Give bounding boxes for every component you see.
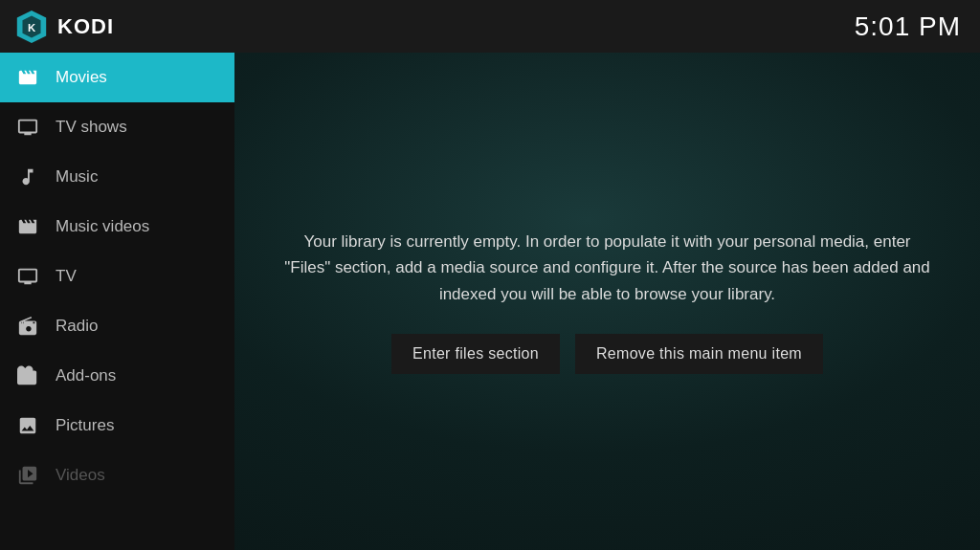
sidebar-item-radio[interactable]: Radio (0, 301, 234, 351)
videos-icon (15, 463, 40, 488)
music-videos-label: Music videos (56, 217, 149, 236)
sidebar-item-add-ons[interactable]: Add-ons (0, 351, 234, 401)
videos-label: Videos (56, 466, 105, 485)
tv-shows-label: TV shows (56, 118, 127, 137)
music-icon (15, 165, 40, 189)
empty-library-message: Your library is currently empty. In orde… (282, 229, 933, 307)
music-videos-icon (15, 214, 40, 239)
action-buttons: Enter files section Remove this main men… (282, 334, 933, 374)
sidebar-item-movies[interactable]: Movies (0, 53, 234, 102)
app-title: KODI (57, 14, 114, 39)
header: K KODI 5:01 PM (0, 0, 980, 53)
movies-icon (15, 65, 40, 90)
main-content: Your library is currently empty. In orde… (234, 53, 980, 550)
radio-label: Radio (56, 317, 98, 336)
sidebar-item-pictures[interactable]: Pictures (0, 401, 234, 451)
logo-area: K KODI (0, 9, 234, 45)
tv-label: TV (56, 267, 77, 286)
sidebar: Movies TV shows Music Music videos TV Ra… (0, 53, 234, 550)
music-label: Music (56, 167, 98, 187)
add-ons-icon (15, 363, 40, 388)
tv-shows-icon (15, 115, 40, 140)
radio-icon (15, 314, 40, 339)
sidebar-item-music[interactable]: Music (0, 152, 234, 202)
add-ons-label: Add-ons (56, 366, 116, 385)
empty-library-box: Your library is currently empty. In orde… (263, 209, 952, 393)
enter-files-button[interactable]: Enter files section (391, 334, 560, 374)
remove-menu-item-button[interactable]: Remove this main menu item (575, 334, 823, 374)
clock: 5:01 PM (855, 11, 961, 42)
sidebar-item-music-videos[interactable]: Music videos (0, 202, 234, 252)
kodi-logo-icon: K (13, 9, 50, 45)
svg-text:K: K (28, 21, 36, 33)
sidebar-item-tv-shows[interactable]: TV shows (0, 102, 234, 152)
pictures-icon (15, 413, 40, 438)
sidebar-item-videos[interactable]: Videos (0, 451, 234, 500)
tv-icon (15, 264, 40, 289)
pictures-label: Pictures (56, 416, 114, 435)
sidebar-item-tv[interactable]: TV (0, 252, 234, 301)
movies-label: Movies (56, 68, 107, 87)
